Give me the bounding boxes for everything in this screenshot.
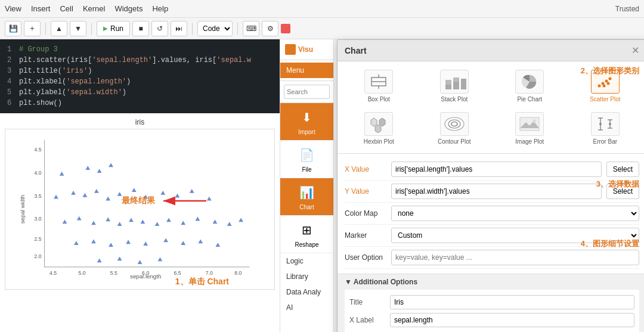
run-label: Run: [110, 24, 123, 33]
chart-type-hexbin-plot[interactable]: Hexbin Plot: [342, 108, 416, 148]
add-cell-button[interactable]: +: [24, 21, 41, 36]
svg-marker-48: [91, 239, 96, 243]
svg-marker-32: [207, 197, 212, 201]
code-line-4: 4 plt.xlabel('sepal.length'): [7, 76, 273, 87]
error-bar-label: Error Bar: [593, 138, 617, 145]
apps-item-import[interactable]: ⬇ Import: [280, 103, 333, 141]
interrupt-button[interactable]: ■: [132, 21, 149, 36]
svg-marker-46: [239, 218, 243, 222]
svg-rect-67: [445, 80, 451, 85]
vis-search-input[interactable]: [284, 85, 330, 99]
dialog-header: Chart ✕: [338, 40, 644, 61]
color-map-select[interactable]: none: [391, 206, 639, 221]
apps-item-reshape[interactable]: ⊞ Reshape: [280, 216, 333, 253]
box-plot-label: Box Plot: [368, 96, 390, 103]
chart-type-contour-plot[interactable]: Contour Plot: [418, 108, 491, 148]
vis-library-item[interactable]: Library: [280, 269, 333, 284]
menu-widgets[interactable]: Widgets: [114, 4, 143, 13]
line-num-5: 5: [7, 87, 14, 98]
run-button[interactable]: ▶ Run: [97, 21, 130, 36]
svg-text:2.5: 2.5: [35, 236, 42, 242]
add-title-input[interactable]: [390, 295, 634, 309]
svg-text:7.0: 7.0: [206, 270, 213, 276]
vis-logic-item[interactable]: Logic: [280, 253, 333, 269]
plot-area: iris sepal width sepal.length 4.5 4.0 3.…: [0, 113, 280, 294]
svg-marker-53: [181, 241, 185, 245]
file-icon: 📄: [298, 145, 317, 165]
x-value-select-button[interactable]: Select: [606, 162, 639, 177]
restart-button[interactable]: ↺: [151, 21, 168, 36]
svg-rect-66: [445, 85, 451, 89]
svg-text:5.0: 5.0: [79, 270, 86, 276]
menu-help[interactable]: Help: [152, 4, 168, 13]
stack-plot-label: Stack Plot: [441, 96, 467, 103]
vis-logo-icon: [285, 44, 296, 55]
code-text-6: plt.show(): [19, 98, 62, 108]
move-down-button[interactable]: ▼: [70, 21, 86, 36]
chart-type-error-bar[interactable]: Error Bar: [569, 108, 642, 148]
apps-item-file[interactable]: 📄 File: [280, 141, 333, 178]
menu-cell[interactable]: Cell: [60, 4, 73, 13]
svg-text:sepal width: sepal width: [19, 195, 26, 224]
toolbar: 💾 + ▲ ▼ ▶ Run ■ ↺ ⏭ Code ⌨ ⚙: [0, 18, 644, 39]
menu-insert[interactable]: Insert: [31, 4, 51, 13]
svg-marker-51: [143, 241, 148, 246]
line-num-3: 3: [7, 66, 14, 76]
svg-point-86: [532, 119, 536, 123]
chart-type-stack-plot[interactable]: Stack Plot: [418, 66, 491, 106]
settings-button[interactable]: ⚙: [262, 21, 278, 36]
keyboard-button[interactable]: ⌨: [243, 21, 259, 36]
error-bar-icon: [591, 112, 620, 136]
svg-marker-36: [106, 218, 110, 222]
code-text-4: plt.xlabel('sepal.length'): [19, 76, 131, 87]
fast-forward-button[interactable]: ⏭: [171, 21, 187, 36]
svg-marker-49: [109, 243, 113, 247]
y-value-input[interactable]: [391, 184, 602, 199]
vis-menu-item-menu[interactable]: Menu: [280, 63, 333, 78]
apps-chart-label: Chart: [299, 204, 314, 210]
chart-type-box-plot[interactable]: Box Plot: [342, 66, 416, 106]
user-option-input[interactable]: [391, 250, 639, 265]
ann-3-text: 3、选择数据: [596, 179, 639, 190]
chart-type-pie-chart[interactable]: Pie Chart: [493, 66, 566, 106]
x-value-row: X Value Select: [345, 159, 639, 181]
x-value-input[interactable]: [391, 162, 602, 177]
svg-point-81: [445, 117, 464, 131]
code-text-5: plt.ylabel('sepal.width'): [19, 87, 126, 98]
add-xlabel-input[interactable]: [390, 313, 634, 327]
line-num-6: 6: [7, 98, 14, 108]
save-button[interactable]: 💾: [5, 21, 21, 36]
dialog-close-button[interactable]: ✕: [631, 45, 639, 56]
menu-kernel[interactable]: Kernel: [83, 4, 106, 13]
add-title-label: Title: [349, 298, 385, 306]
vis-dataanaly-item[interactable]: Data Analy: [280, 284, 333, 300]
move-up-button[interactable]: ▲: [51, 21, 67, 36]
ann-click-chart: 1、单击 Chart: [175, 277, 229, 287]
svg-marker-58: [138, 260, 143, 264]
svg-text:3.5: 3.5: [35, 193, 42, 199]
plot-title: iris: [5, 118, 275, 126]
code-text-2: plt.scatter(iris['sepal.length'].values,…: [19, 55, 251, 66]
additional-header[interactable]: ▼ Additional Options: [345, 278, 639, 286]
menu-view[interactable]: View: [5, 4, 21, 13]
y-value-row: Y Value Select: [345, 181, 639, 203]
svg-marker-79: [379, 118, 385, 126]
apps-item-chart[interactable]: 📊 Chart: [280, 178, 333, 216]
svg-marker-25: [106, 197, 110, 201]
chart-icon: 📊: [298, 183, 317, 202]
cell-type-select[interactable]: Code: [197, 21, 233, 36]
svg-marker-43: [196, 217, 200, 221]
stack-plot-icon: [440, 70, 469, 94]
chart-type-image-plot[interactable]: Image Plot: [493, 108, 566, 148]
svg-marker-50: [126, 240, 131, 244]
dialog-title: Chart: [345, 46, 367, 55]
color-map-label: Color Map: [345, 209, 386, 218]
svg-point-83: [451, 122, 457, 126]
svg-rect-69: [453, 77, 459, 82]
menubar: View Insert Cell Kernel Widgets Help Tru…: [0, 0, 644, 18]
code-cell: 1 # Group 3 2 plt.scatter(iris['sepal.le…: [0, 39, 280, 113]
svg-marker-18: [85, 166, 90, 170]
svg-marker-59: [158, 257, 163, 261]
svg-point-72: [597, 85, 600, 88]
vis-ai-item[interactable]: AI: [280, 300, 333, 315]
